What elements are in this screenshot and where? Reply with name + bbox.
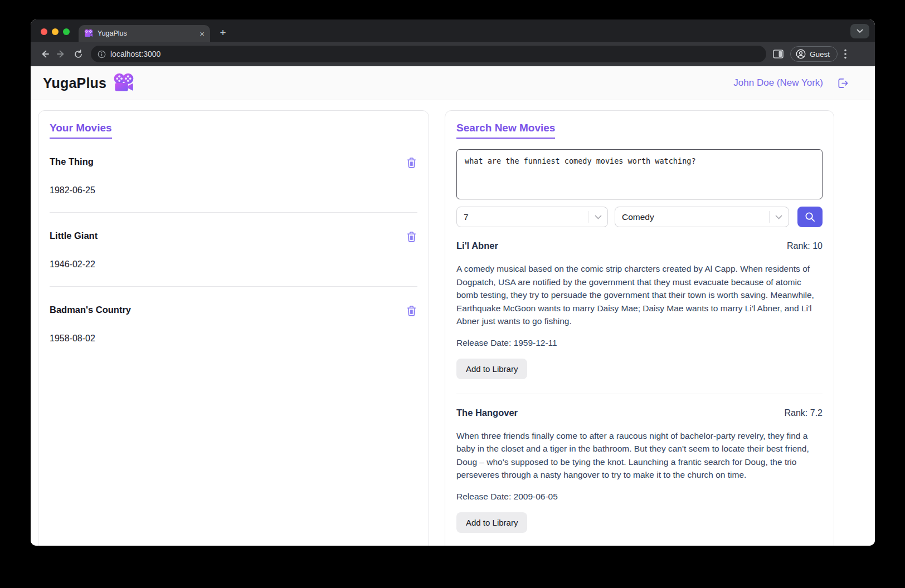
result-title: The Hangover (456, 408, 518, 418)
profile-label: Guest (810, 50, 830, 58)
genre-select-value: Comedy (622, 212, 769, 222)
add-to-library-button[interactable]: Add to Library (456, 512, 527, 533)
search-result: The Hangover Rank: 7.2 When three friend… (456, 394, 823, 546)
search-button[interactable] (797, 207, 823, 227)
delete-movie-button[interactable] (406, 156, 417, 169)
chevron-down-icon[interactable] (770, 215, 789, 219)
chevron-down-icon (857, 29, 863, 33)
result-release-date: Release Date: 1959-12-11 (456, 338, 823, 348)
app-brand: YugaPlus (43, 73, 134, 93)
movie-camera-logo-icon (113, 73, 134, 93)
result-description: A comedy musical based on the comic stri… (456, 262, 823, 328)
search-movies-panel: Search New Movies what are the funniest … (445, 110, 834, 546)
result-description: When three friends finally come to after… (456, 429, 823, 482)
result-rank: Rank: 10 (787, 241, 823, 251)
result-release-date: Release Date: 2009-06-05 (456, 492, 823, 502)
back-arrow-icon (40, 49, 50, 59)
search-controls: 7 Comedy (456, 207, 823, 227)
maximize-window-button[interactable] (63, 28, 70, 35)
chevron-down-icon[interactable] (588, 215, 607, 219)
reload-icon (74, 50, 83, 59)
reload-button[interactable] (70, 46, 86, 62)
tab-close-icon[interactable]: × (200, 30, 205, 38)
site-info-icon[interactable] (98, 50, 106, 58)
tab-favicon-movie-camera-icon (84, 29, 93, 38)
delete-movie-button[interactable] (406, 305, 417, 317)
app-header: YugaPlus John Doe ( (31, 66, 875, 100)
trash-icon (406, 231, 417, 243)
logout-icon[interactable] (836, 77, 849, 90)
profile-avatar-icon (796, 49, 806, 59)
kebab-menu-icon (844, 49, 846, 59)
trash-icon (406, 156, 417, 169)
app-title: YugaPlus (43, 75, 106, 91)
movie-row: Badman's Country 1958-08-02 (50, 287, 417, 360)
forward-arrow-icon (56, 49, 66, 59)
movie-title: The Thing (50, 156, 94, 167)
result-title: Li'l Abner (456, 241, 498, 251)
profile-button[interactable]: Guest (790, 46, 838, 62)
movie-row: Little Giant 1946-02-22 (50, 213, 417, 286)
tab-title: YugaPlus (98, 30, 195, 37)
forward-button[interactable] (53, 46, 70, 62)
movie-row: The Thing 1982-06-25 (50, 139, 417, 212)
screenshot-background: YugaPlus × + (0, 0, 905, 588)
rank-select[interactable]: 7 (456, 207, 608, 227)
result-rank: Rank: 7.2 (785, 408, 823, 418)
app-page: YugaPlus John Doe ( (31, 66, 875, 546)
add-to-library-button[interactable]: Add to Library (456, 359, 527, 379)
url-text: localhost:3000 (110, 50, 160, 58)
rank-select-value: 7 (464, 212, 588, 222)
search-icon (805, 212, 815, 222)
back-button[interactable] (36, 46, 53, 62)
your-movies-heading: Your Movies (50, 122, 112, 139)
toolbar-right-controls: Guest (773, 46, 846, 62)
browser-window: YugaPlus × + (31, 19, 875, 546)
browser-toolbar: localhost:3000 Guest (31, 42, 875, 66)
genre-select[interactable]: Comedy (615, 207, 789, 227)
delete-movie-button[interactable] (406, 231, 417, 243)
user-name-location: John Doe (New York) (733, 77, 823, 89)
your-movies-panel: Your Movies The Thing (38, 110, 429, 546)
trash-icon (406, 305, 417, 317)
browser-tab[interactable]: YugaPlus × (79, 25, 210, 42)
movie-release-date: 1982-06-25 (50, 185, 417, 195)
movie-title: Badman's Country (50, 305, 131, 315)
movie-release-date: 1958-08-02 (50, 334, 417, 344)
side-panel-icon (773, 50, 784, 58)
window-controls (41, 28, 70, 35)
movie-title: Little Giant (50, 231, 98, 241)
user-area: John Doe (New York) (733, 77, 849, 90)
search-query-input[interactable]: what are the funniest comedy movies wort… (456, 149, 823, 199)
minimize-window-button[interactable] (52, 28, 59, 35)
search-result: Li'l Abner Rank: 10 A comedy musical bas… (456, 227, 823, 394)
side-panel-button[interactable] (773, 50, 784, 58)
close-window-button[interactable] (41, 28, 47, 35)
browser-menu-button[interactable] (844, 49, 846, 59)
browser-tab-strip: YugaPlus × + (31, 19, 875, 42)
search-movies-heading: Search New Movies (456, 122, 555, 139)
address-bar[interactable]: localhost:3000 (91, 46, 766, 62)
new-tab-button[interactable]: + (216, 26, 230, 40)
tab-search-chevron-button[interactable] (850, 24, 869, 38)
movie-release-date: 1946-02-22 (50, 259, 417, 270)
